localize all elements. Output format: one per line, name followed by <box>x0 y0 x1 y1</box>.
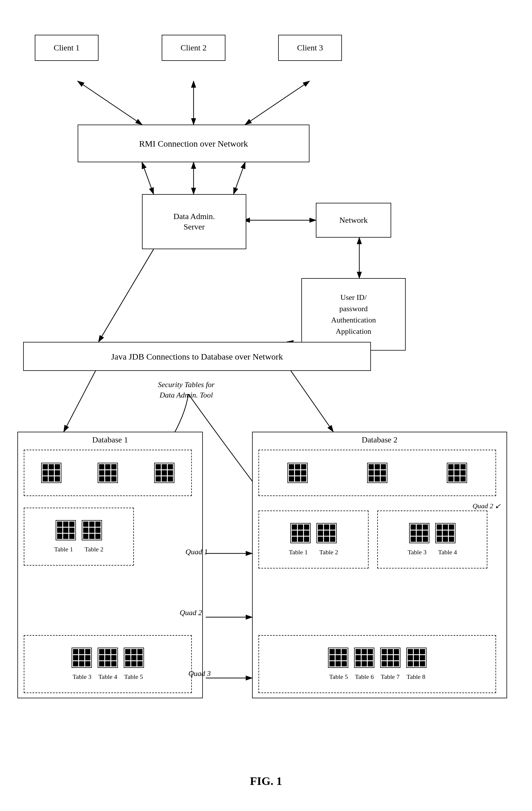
db1-q1-table1-label: Table 1 <box>54 546 73 553</box>
db1-table-icon-2 <box>98 463 118 483</box>
db2-quad2-right-group: Table 3 Table 4 <box>377 510 487 568</box>
db2-q3-table5-label: Table 5 <box>329 673 348 680</box>
rmi-box: RMI Connection over Network <box>78 125 309 162</box>
jdbc-label: Java JDB Connections to Database over Ne… <box>111 351 283 362</box>
security-label: Security Tables forData Admin. Tool <box>158 380 214 401</box>
db2-q3-table6-label: Table 6 <box>355 673 374 680</box>
db1-q2-table5-label: Table 5 <box>124 673 143 680</box>
db2-q3-table7-label: Table 7 <box>381 673 399 680</box>
db2-q2l-table1-label: Table 1 <box>289 549 308 556</box>
db2-q2r-table3-label: Table 3 <box>408 549 427 556</box>
svg-line-4 <box>245 81 309 125</box>
db2-q3-icon-2 <box>354 647 374 668</box>
data-admin-label: Data Admin.Server <box>173 211 215 232</box>
data-admin-box: Data Admin.Server <box>142 194 246 249</box>
svg-line-10 <box>98 249 154 342</box>
db1-q1-icon-1 <box>56 520 76 540</box>
db1-table-icon-1 <box>41 463 61 483</box>
db2-top-group <box>258 450 496 496</box>
db1-q2-icon-2 <box>98 647 118 668</box>
db2-q2r-icon-1 <box>409 523 429 543</box>
db2-title: Database 2 <box>253 435 506 444</box>
db2-q3-icon-1 <box>328 647 348 668</box>
database2-container: Database 2 Quad 2 ↙ <box>252 432 507 698</box>
db2-q2l-icon-2 <box>316 523 337 543</box>
network-box: Network <box>316 203 391 238</box>
db1-q2-icon-1 <box>72 647 92 668</box>
auth-app-label: User ID/passwordAuthenticationApplicatio… <box>331 292 376 337</box>
quad2-left-label: Quad 2 <box>180 609 202 617</box>
auth-app-box: User ID/passwordAuthenticationApplicatio… <box>301 278 406 351</box>
jdbc-box: Java JDB Connections to Database over Ne… <box>23 342 371 371</box>
rmi-label: RMI Connection over Network <box>139 138 248 149</box>
db2-q2r-table4-label: Table 4 <box>438 549 457 556</box>
db1-q1-table2-label: Table 2 <box>85 546 104 553</box>
db2-q2r-icon-2 <box>435 523 456 543</box>
db2-quad2-left-group: Table 1 Table 2 <box>258 510 368 568</box>
quad2-right-label: Quad 2 ↙ <box>473 502 501 510</box>
quad1-label: Quad 1 <box>185 548 208 556</box>
db1-quad2-group: Table 3 Table 4 Table 5 <box>24 635 192 693</box>
db1-q2-table3-label: Table 3 <box>73 673 91 680</box>
db2-q3-table8-label: Table 8 <box>407 673 425 680</box>
db1-table-icon-3 <box>154 463 174 483</box>
db2-table-icon-3 <box>447 463 467 483</box>
client3-label: Client 3 <box>297 43 323 53</box>
diagram: Client 1 Client 2 Client 3 RMI Connectio… <box>0 0 532 811</box>
db1-q2-icon-3 <box>124 647 144 668</box>
client1-label: Client 1 <box>54 43 79 53</box>
db2-q2l-icon-1 <box>290 523 310 543</box>
client3-box: Client 3 <box>278 35 342 61</box>
db1-title: Database 1 <box>18 435 202 444</box>
db2-q3-icon-4 <box>406 647 427 668</box>
quad3-label: Quad 3 <box>188 669 211 678</box>
fig-caption: FIG. 1 <box>0 774 532 788</box>
db2-table-icon-1 <box>287 463 308 483</box>
db2-q2l-table2-label: Table 2 <box>319 549 338 556</box>
svg-line-7 <box>233 162 245 194</box>
db2-q3-icon-3 <box>380 647 400 668</box>
client2-label: Client 2 <box>181 43 206 53</box>
network-label: Network <box>339 215 368 226</box>
svg-line-2 <box>78 81 142 125</box>
db1-quad1-group: Table 1 Table 2 <box>24 508 134 566</box>
client1-box: Client 1 <box>35 35 98 61</box>
fig-caption-text: FIG. 1 <box>250 775 282 787</box>
db2-quad3-group: Table 5 Table 6 Table 7 Table 8 <box>258 635 496 693</box>
svg-line-12 <box>64 365 98 432</box>
db1-q1-icon-2 <box>82 520 102 540</box>
db1-q2-table4-label: Table 4 <box>98 673 117 680</box>
svg-line-5 <box>142 162 154 194</box>
database1-container: Database 1 <box>17 432 203 698</box>
db2-table-icon-2 <box>367 463 387 483</box>
db1-top-group <box>24 450 192 496</box>
svg-line-13 <box>287 365 333 432</box>
client2-box: Client 2 <box>162 35 225 61</box>
